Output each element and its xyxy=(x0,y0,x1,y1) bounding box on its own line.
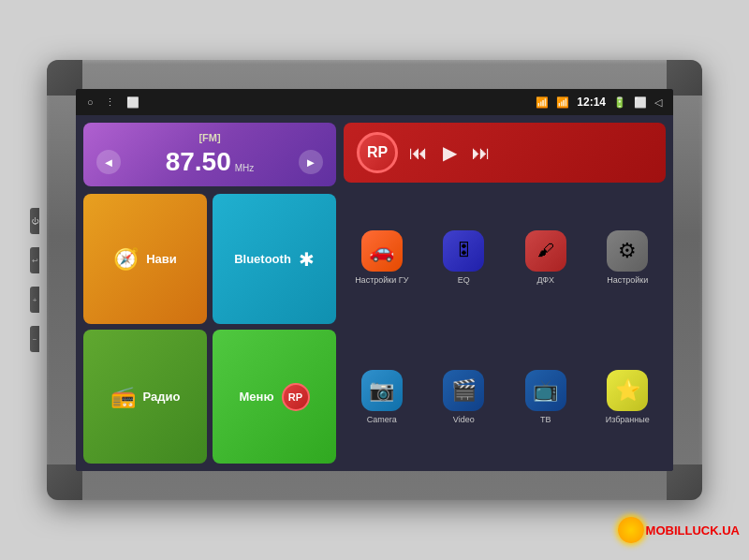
status-time: 12:14 xyxy=(577,96,606,109)
navi-icon: 🧭 xyxy=(113,247,139,272)
favorites-icon: ⭐ xyxy=(607,370,648,411)
dfx-icon: 🖌 xyxy=(525,230,566,272)
status-bar: ○ ⋮ ⬜ 📶 📶 12:14 🔋 ⬜ ◁ xyxy=(76,89,673,115)
camera-label: Camera xyxy=(367,415,397,424)
volume-down-button[interactable]: − xyxy=(30,326,39,352)
bluetooth-tile[interactable]: Bluetooth ✱ xyxy=(213,194,336,324)
app-eq[interactable]: 🎛 EQ xyxy=(426,190,503,324)
media-next-button[interactable]: ⏭ xyxy=(472,142,491,164)
app-video[interactable]: 🎬 Video xyxy=(426,330,503,464)
navi-label: Нави xyxy=(146,252,177,266)
menu-tile[interactable]: Меню RP xyxy=(213,330,336,464)
fm-prev-button[interactable]: ◄ xyxy=(96,150,121,174)
left-panel: [FM] ◄ 87.50 MHz ► 🧭 xyxy=(83,123,336,464)
video-icon: 🎬 xyxy=(443,370,484,411)
video-label: Video xyxy=(453,415,475,424)
media-play-button[interactable]: ▶ xyxy=(443,141,457,164)
rp-logo: RP xyxy=(357,132,398,173)
watermark-text: MOBILLUCK.UA xyxy=(646,523,740,538)
tv-icon: 📺 xyxy=(525,370,566,411)
app-camera[interactable]: 📷 Camera xyxy=(344,330,420,464)
dfx-label: ДФХ xyxy=(536,275,554,285)
navi-tile[interactable]: 🧭 Нави xyxy=(83,194,207,324)
fm-freq-row: ◄ 87.50 MHz ► xyxy=(96,147,323,177)
bluetooth-label: Bluetooth xyxy=(234,252,291,266)
menu-rp-logo: RP xyxy=(282,383,310,411)
power-button[interactable]: ⏻ xyxy=(30,208,39,234)
device-shell: ⏻ ↩ + − ○ ⋮ ⬜ 📶 📶 12:14 🔋 ⬜ ◁ xyxy=(47,60,702,500)
fm-unit: MHz xyxy=(235,163,255,173)
app-tile-grid: 🧭 Нави Bluetooth ✱ 📻 Радио Меню xyxy=(83,194,336,464)
status-left: ○ ⋮ ⬜ xyxy=(87,96,140,109)
settings-icon: ⚙ xyxy=(607,230,648,272)
app-tv[interactable]: 📺 ТВ xyxy=(507,330,584,464)
camera-icon: 📷 xyxy=(361,370,403,411)
status-right: 📶 📶 12:14 🔋 ⬜ ◁ xyxy=(536,96,662,109)
back-button[interactable]: ↩ xyxy=(30,247,39,273)
fm-label: [FM] xyxy=(96,132,323,143)
screen: ○ ⋮ ⬜ 📶 📶 12:14 🔋 ⬜ ◁ xyxy=(76,89,673,471)
menu-icon[interactable]: ⋮ xyxy=(105,96,115,109)
home-icon[interactable]: ○ xyxy=(87,96,94,108)
main-content: [FM] ◄ 87.50 MHz ► 🧭 xyxy=(76,115,673,471)
page-wrapper: MOBILLUCK.UA ⏻ ↩ + − ○ ⋮ ⬜ 📶 xyxy=(0,0,749,560)
watermark-sun-icon xyxy=(618,517,644,543)
media-widget: RP ⏮ ▶ ⏭ xyxy=(344,123,666,183)
settings-gu-icon: 🚗 xyxy=(361,230,403,272)
wifi-icon: 📶 xyxy=(536,96,549,109)
battery-icon: 🔋 xyxy=(613,96,626,109)
app-settings[interactable]: ⚙ Настройки xyxy=(590,190,667,324)
radio-tile[interactable]: 📻 Радио xyxy=(83,330,207,464)
eq-label: EQ xyxy=(458,275,470,285)
square-icon: ⬜ xyxy=(634,96,647,109)
settings-label: Настройки xyxy=(607,275,648,285)
menu-label: Меню xyxy=(239,390,273,404)
tv-label: ТВ xyxy=(540,415,551,424)
radio-label: Радио xyxy=(143,390,181,404)
fm-frequency: 87.50 xyxy=(166,147,231,177)
left-buttons: ⏻ ↩ + − xyxy=(30,208,39,352)
eq-icon: 🎛 xyxy=(443,230,484,272)
volume-up-button[interactable]: + xyxy=(30,287,39,313)
app-favorites[interactable]: ⭐ Избранные xyxy=(590,330,667,464)
app-dfx[interactable]: 🖌 ДФХ xyxy=(507,190,584,324)
media-controls: ⏮ ▶ ⏭ xyxy=(409,141,491,164)
radio-icon: 📻 xyxy=(110,385,136,409)
app-settings-gu[interactable]: 🚗 Настройки ГУ xyxy=(344,190,420,324)
favorites-label: Избранные xyxy=(606,415,650,424)
watermark: MOBILLUCK.UA xyxy=(618,517,740,543)
right-panel: RP ⏮ ▶ ⏭ 🚗 Настройки ГУ xyxy=(344,123,666,464)
bluetooth-icon: ✱ xyxy=(299,248,315,271)
back-nav-icon[interactable]: ◁ xyxy=(654,96,662,109)
recent-icon[interactable]: ⬜ xyxy=(126,96,140,109)
signal-icon: 📶 xyxy=(556,96,569,109)
fm-next-button[interactable]: ► xyxy=(299,150,323,174)
media-prev-button[interactable]: ⏮ xyxy=(409,142,428,164)
settings-gu-label: Настройки ГУ xyxy=(355,275,408,285)
right-app-grid: 🚗 Настройки ГУ 🎛 EQ 🖌 ДФХ ⚙ xyxy=(344,190,666,464)
fm-widget: [FM] ◄ 87.50 MHz ► xyxy=(83,123,336,186)
